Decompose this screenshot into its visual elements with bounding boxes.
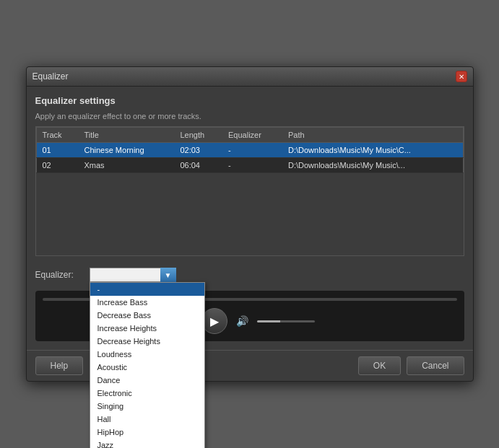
cell-track: 02 (36, 158, 78, 173)
footer-right: OK Cancel (358, 356, 464, 375)
track-table: Track Title Length Equalizer Path 01Chin… (36, 127, 464, 173)
dropdown-item[interactable]: Hall (90, 413, 204, 426)
col-path: Path (282, 128, 463, 143)
dropdown-item[interactable]: HipHop (90, 426, 204, 439)
dropdown-item[interactable]: - (90, 283, 204, 296)
equalizer-label: Equalizer: (35, 270, 82, 280)
eq-select-wrapper: - ▼ -Increase BassDecrease BassIncrease … (90, 268, 176, 282)
dropdown-item[interactable]: Decrease Heights (90, 335, 204, 348)
dropdown-item[interactable]: Electronic (90, 387, 204, 400)
cell-length: 06:04 (174, 158, 222, 173)
section-subtitle: Apply an equalizer effect to one or more… (35, 112, 464, 120)
ok-button[interactable]: OK (358, 356, 401, 375)
col-track: Track (36, 128, 78, 143)
dropdown-item[interactable]: Loudness (90, 348, 204, 361)
cell-title: Xmas (78, 158, 174, 173)
cell-equalizer: - (222, 158, 282, 173)
dropdown-item[interactable]: Increase Heights (90, 322, 204, 335)
dialog-title: Equalizer (32, 71, 69, 82)
dropdown-item[interactable]: Singing (90, 400, 204, 413)
section-title: Equalizer settings (35, 95, 464, 106)
cell-track: 01 (36, 143, 78, 158)
dialog-body: Equalizer settings Apply an equalizer ef… (27, 87, 473, 350)
equalizer-row: Equalizer: - ▼ -Increase BassDecrease Ba… (35, 268, 464, 282)
track-table-container[interactable]: Track Title Length Equalizer Path 01Chin… (35, 126, 464, 256)
cell-path: D:\Downloads\Music\My Music\C... (282, 143, 463, 158)
cell-length: 02:03 (174, 143, 222, 158)
dropdown-item[interactable]: Acoustic (90, 361, 204, 374)
play-button[interactable]: ▶ (201, 308, 227, 334)
dropdown-item[interactable]: Jazz (90, 439, 204, 448)
table-header-row: Track Title Length Equalizer Path (36, 128, 463, 143)
table-row[interactable]: 01Chinese Morning02:03-D:\Downloads\Musi… (36, 143, 463, 158)
table-row[interactable]: 02Xmas06:04-D:\Downloads\Music\My Music\… (36, 158, 463, 173)
volume-slider[interactable] (257, 320, 315, 322)
play-icon: ▶ (210, 315, 219, 328)
eq-dropdown-menu[interactable]: -Increase BassDecrease BassIncrease Heig… (90, 282, 205, 448)
eq-select-input[interactable]: - (90, 268, 176, 282)
dropdown-item[interactable]: Decrease Bass (90, 309, 204, 322)
cancel-button[interactable]: Cancel (407, 356, 464, 375)
close-button[interactable]: ✕ (456, 71, 467, 82)
help-button[interactable]: Help (35, 356, 84, 375)
col-length: Length (174, 128, 222, 143)
cell-equalizer: - (222, 143, 282, 158)
cell-title: Chinese Morning (78, 143, 174, 158)
dropdown-item[interactable]: Increase Bass (90, 296, 204, 309)
volume-icon: 🔊 (233, 312, 251, 330)
title-bar: Equalizer ✕ (27, 67, 473, 87)
dropdown-item[interactable]: Dance (90, 374, 204, 387)
col-equalizer: Equalizer (222, 128, 282, 143)
col-title: Title (78, 128, 174, 143)
cell-path: D:\Downloads\Music\My Music\... (282, 158, 463, 173)
equalizer-dialog: Equalizer ✕ Equalizer settings Apply an … (26, 66, 474, 382)
